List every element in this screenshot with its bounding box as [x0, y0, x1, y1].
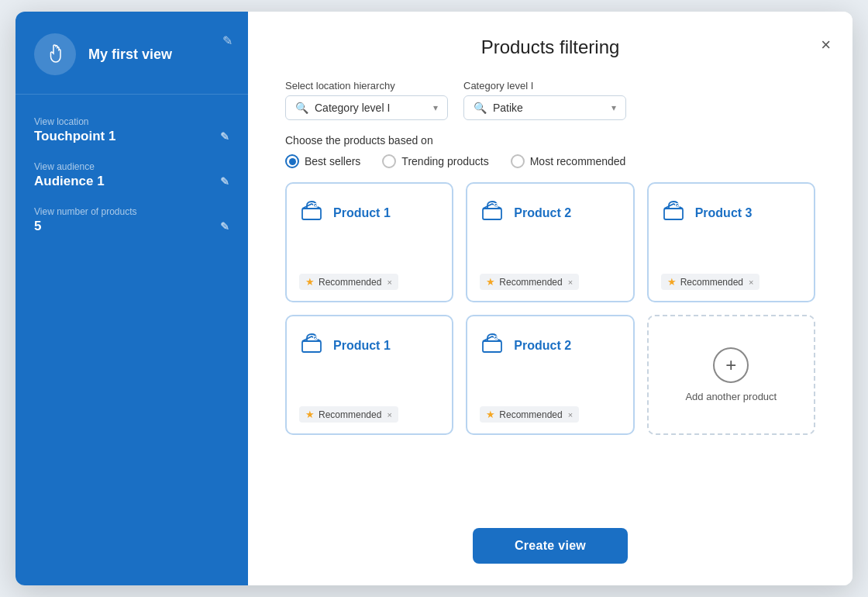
- sidebar-audience-value-row: Audience 1 ✎: [34, 174, 229, 189]
- sidebar-products-value: 5: [34, 219, 41, 234]
- product-1-tag: ★ Recommended ×: [299, 274, 398, 290]
- product-card-3-top: Product 3: [661, 198, 801, 228]
- product-1-icon: [299, 198, 324, 228]
- product-1-name: Product 1: [333, 206, 391, 220]
- sidebar-audience-value: Audience 1: [34, 174, 105, 189]
- radio-most-recommended-label: Most recommended: [530, 155, 626, 167]
- product-card-2[interactable]: Product 2 ★ Recommended ×: [466, 182, 634, 302]
- sidebar-location-label: View location: [34, 116, 229, 127]
- svg-rect-5: [664, 209, 683, 219]
- create-view-button[interactable]: Create view: [473, 528, 628, 564]
- product-2-star-icon: ★: [486, 276, 495, 288]
- sidebar-products-label: View number of products: [34, 206, 229, 217]
- audience-edit-icon[interactable]: ✎: [220, 175, 229, 188]
- product-5-tag-row: ★ Recommended ×: [480, 406, 620, 423]
- radio-trending-circle: [382, 154, 396, 168]
- sidebar-items: View location Touchpoint 1 ✎ View audien…: [16, 95, 248, 256]
- sidebar-location-value: Touchpoint 1: [34, 129, 115, 144]
- product-2-name: Product 2: [514, 206, 571, 220]
- product-5-remove-icon[interactable]: ×: [568, 410, 573, 419]
- filters-row: Select location hierarchy 🔍 Category lev…: [285, 80, 815, 120]
- location-filter-label: Select location hierarchy: [285, 80, 448, 91]
- hand-icon: [43, 43, 67, 66]
- category-filter-group: Category level I 🔍 Patike ▾: [463, 80, 626, 120]
- radio-best-sellers[interactable]: Best sellers: [285, 154, 360, 168]
- radio-trending-label: Trending products: [401, 155, 488, 167]
- svg-rect-9: [483, 341, 501, 352]
- product-3-icon: [661, 198, 686, 228]
- svg-rect-7: [302, 341, 321, 352]
- product-5-name: Product 2: [514, 339, 571, 353]
- products-edit-icon[interactable]: ✎: [220, 220, 229, 233]
- choose-label: Choose the products based on: [285, 134, 815, 147]
- product-2-tag: ★ Recommended ×: [480, 274, 579, 290]
- sidebar-header: My first view ✎: [16, 12, 248, 95]
- product-2-icon: [480, 198, 505, 228]
- product-5-tag-label: Recommended: [499, 409, 562, 420]
- radio-most-recommended[interactable]: Most recommended: [511, 154, 626, 168]
- svg-rect-3: [483, 209, 501, 219]
- product-1-tag-label: Recommended: [319, 277, 381, 288]
- page-title: Products filtering: [481, 36, 620, 58]
- product-1-tag-row: ★ Recommended ×: [299, 274, 439, 290]
- sidebar-logo: [34, 33, 76, 75]
- product-card-1[interactable]: Product 1 ★ Recommended ×: [285, 182, 453, 302]
- product-card-4[interactable]: Product 1 ★ Recommended ×: [285, 315, 453, 435]
- product-1-remove-icon[interactable]: ×: [387, 278, 391, 287]
- product-2-tag-label: Recommended: [499, 277, 562, 288]
- svg-rect-1: [302, 209, 321, 219]
- product-1-star-icon: ★: [305, 276, 315, 288]
- sidebar-location-value-row: Touchpoint 1 ✎: [34, 129, 229, 144]
- product-3-remove-icon[interactable]: ×: [749, 278, 753, 287]
- product-3-tag-label: Recommended: [680, 277, 743, 288]
- location-select-value: Category level I: [315, 102, 427, 114]
- sidebar-audience-label: View audience: [34, 161, 229, 172]
- product-4-tag-row: ★ Recommended ×: [299, 406, 439, 423]
- category-select[interactable]: 🔍 Patike ▾: [463, 95, 626, 120]
- product-4-tag: ★ Recommended ×: [299, 406, 398, 423]
- product-3-star-icon: ★: [667, 276, 677, 288]
- product-2-tag-row: ★ Recommended ×: [480, 274, 620, 290]
- radio-most-recommended-circle: [511, 154, 525, 168]
- add-product-plus-icon: +: [713, 347, 749, 383]
- product-2-remove-icon[interactable]: ×: [568, 278, 573, 287]
- product-card-1-top: Product 1: [299, 198, 439, 228]
- radio-best-sellers-circle: [285, 154, 299, 168]
- category-select-value: Patike: [493, 102, 605, 114]
- main-content: Select location hierarchy 🔍 Category lev…: [248, 66, 852, 517]
- radio-trending[interactable]: Trending products: [382, 154, 488, 168]
- sidebar-title: My first view: [88, 47, 172, 63]
- location-select[interactable]: 🔍 Category level I ▾: [285, 95, 448, 120]
- product-card-4-top: Product 1: [299, 330, 439, 361]
- sidebar: My first view ✎ View location Touchpoint…: [16, 12, 248, 585]
- main-header: Products filtering ×: [248, 12, 852, 66]
- product-grid: Product 1 ★ Recommended ×: [285, 182, 815, 435]
- location-edit-icon[interactable]: ✎: [220, 130, 229, 143]
- product-4-tag-label: Recommended: [319, 409, 381, 420]
- sidebar-audience-item: View audience Audience 1 ✎: [34, 161, 229, 189]
- product-3-tag-row: ★ Recommended ×: [661, 274, 801, 290]
- location-chevron-icon: ▾: [433, 102, 438, 113]
- close-button[interactable]: ×: [821, 36, 831, 53]
- sidebar-products-value-row: 5 ✎: [34, 219, 229, 234]
- location-filter-group: Select location hierarchy 🔍 Category lev…: [285, 80, 448, 120]
- add-product-card[interactable]: + Add another product: [647, 315, 815, 435]
- app-window: My first view ✎ View location Touchpoint…: [16, 12, 852, 585]
- product-4-remove-icon[interactable]: ×: [387, 410, 391, 419]
- product-card-5[interactable]: Product 2 ★ Recommended ×: [466, 315, 634, 435]
- main-footer: Create view: [248, 517, 852, 585]
- category-filter-label: Category level I: [463, 80, 626, 91]
- product-4-star-icon: ★: [305, 409, 315, 420]
- product-card-3[interactable]: Product 3 ★ Recommended ×: [647, 182, 815, 302]
- category-search-icon: 🔍: [474, 102, 487, 114]
- sidebar-location-item: View location Touchpoint 1 ✎: [34, 116, 229, 144]
- main-panel: Products filtering × Select location hie…: [248, 12, 852, 585]
- location-search-icon: 🔍: [295, 102, 308, 114]
- product-3-name: Product 3: [695, 206, 753, 220]
- category-chevron-icon: ▾: [611, 102, 616, 113]
- sidebar-edit-icon[interactable]: ✎: [222, 33, 232, 48]
- product-4-name: Product 1: [333, 339, 391, 353]
- radio-best-sellers-label: Best sellers: [305, 155, 360, 167]
- product-5-icon: [480, 330, 505, 361]
- radio-group: Best sellers Trending products Most reco…: [285, 154, 815, 168]
